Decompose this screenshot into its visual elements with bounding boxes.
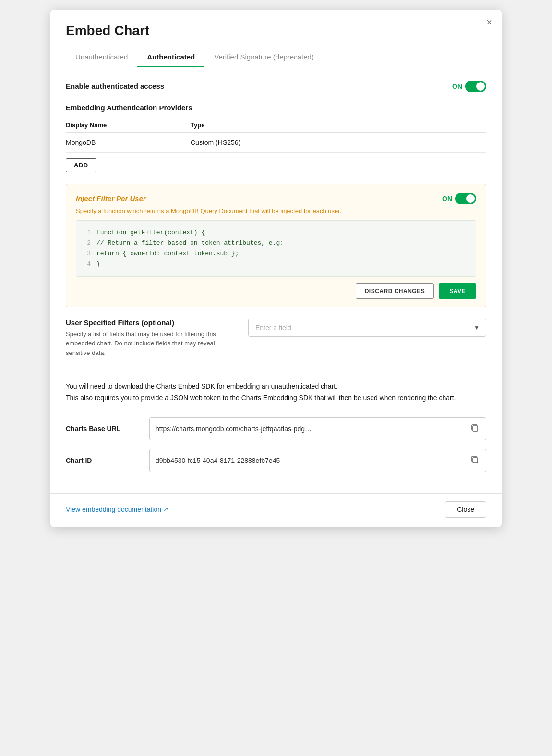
field-dropdown[interactable]: Enter a field [248,319,486,337]
external-link-icon: ↗︎ [163,506,168,513]
copy-url-button[interactable] [469,423,480,435]
inject-filter-section: Inject Filter Per User ON Specify a func… [66,184,486,307]
providers-table: Display Name Type MongoDB Custom (HS256) [66,118,486,153]
toggle-switch[interactable] [465,81,486,92]
filters-section: User Specified Filters (optional) Specif… [66,319,486,358]
chart-id-label: Chart ID [66,457,138,464]
filters-input-block: Enter a field [248,319,486,337]
svg-rect-1 [473,458,478,463]
line-number-1: 1 [84,227,91,238]
chart-id-value: d9bb4530-fc15-40a4-8171-22888efb7e45 [156,457,466,464]
chart-id-row: Chart ID d9bb4530-fc15-40a4-8171-22888ef… [66,449,486,472]
filters-desc: Specify a list of fields that may be use… [66,330,229,358]
tab-unauthenticated[interactable]: Unauthenticated [66,48,137,67]
code-line-4: 4 } [84,259,468,270]
providers-title: Embedding Authentication Providers [66,104,486,112]
close-footer-button[interactable]: Close [445,501,486,518]
inject-title: Inject Filter Per User [76,194,146,202]
sdk-info: You will need to download the Charts Emb… [66,381,486,404]
filters-label-block: User Specified Filters (optional) Specif… [66,319,229,358]
chart-id-value-wrap: d9bb4530-fc15-40a4-8171-22888efb7e45 [149,449,486,472]
divider [66,371,486,371]
line-number-3: 3 [84,248,91,259]
discard-changes-button[interactable]: DISCARD CHANGES [356,284,434,299]
tab-authenticated[interactable]: Authenticated [137,48,204,67]
modal-body: Enable authenticated access ON Embedding… [50,67,502,493]
close-icon-button[interactable]: × [486,17,492,27]
table-row: MongoDB Custom (HS256) [66,132,486,152]
line-number-2: 2 [84,238,91,248]
sdk-info-line1: You will need to download the Charts Emb… [66,381,486,392]
col-display-name: Display Name [66,118,191,133]
field-dropdown-wrap: Enter a field [248,319,486,337]
charts-base-url-value: https://charts.mongodb.com/charts-jeffqa… [156,425,466,433]
toggle-on-label: ON [452,83,462,90]
charts-base-url-label: Charts Base URL [66,425,138,433]
col-type: Type [191,118,486,133]
inject-subtitle: Specify a function which returns a Mongo… [76,207,476,214]
filters-title: User Specified Filters (optional) [66,319,229,327]
copy-chart-id-button[interactable] [469,454,480,467]
enable-access-label: Enable authenticated access [66,82,164,90]
inject-actions: DISCARD CHANGES SAVE [76,284,476,299]
code-line-2: 2 // Return a filter based on token attr… [84,238,468,248]
svg-rect-0 [473,426,478,431]
inject-header: Inject Filter Per User ON [76,193,476,204]
modal-footer: View embedding documentation ↗︎ Close [50,493,502,527]
code-text-4: } [96,259,100,270]
code-text-1: function getFilter(context) { [96,227,205,238]
line-number-4: 4 [84,259,91,270]
tab-bar: Unauthenticated Authenticated Verified S… [50,48,502,67]
inject-toggle-switch[interactable] [455,193,476,204]
providers-section: Embedding Authentication Providers Displ… [66,104,486,172]
code-line-3: 3 return { ownerId: context.token.sub }; [84,248,468,259]
code-line-1: 1 function getFilter(context) { [84,227,468,238]
enable-access-row: Enable authenticated access ON [66,81,486,92]
save-button[interactable]: SAVE [439,284,476,299]
add-provider-button[interactable]: ADD [66,158,96,172]
url-section: Charts Base URL https://charts.mongodb.c… [66,417,486,472]
code-text-3: return { ownerId: context.token.sub }; [96,248,239,259]
embed-chart-modal: Embed Chart × Unauthenticated Authentica… [50,10,502,527]
tab-verified-signature[interactable]: Verified Signature (deprecated) [204,48,324,67]
inject-toggle-label: ON [442,195,452,202]
charts-base-url-value-wrap: https://charts.mongodb.com/charts-jeffqa… [149,417,486,440]
enable-access-toggle[interactable]: ON [452,81,486,92]
code-editor[interactable]: 1 function getFilter(context) { 2 // Ret… [76,220,476,277]
modal-title: Embed Chart [66,23,486,38]
modal-header: Embed Chart × [50,10,502,38]
charts-base-url-row: Charts Base URL https://charts.mongodb.c… [66,417,486,440]
provider-type: Custom (HS256) [191,132,486,152]
sdk-info-line2: This also requires you to provide a JSON… [66,392,486,404]
inject-toggle[interactable]: ON [442,193,476,204]
doc-link[interactable]: View embedding documentation ↗︎ [66,506,168,513]
doc-link-label: View embedding documentation [66,506,161,513]
code-text-2: // Return a filter based on token attrib… [96,238,284,248]
provider-name: MongoDB [66,132,191,152]
